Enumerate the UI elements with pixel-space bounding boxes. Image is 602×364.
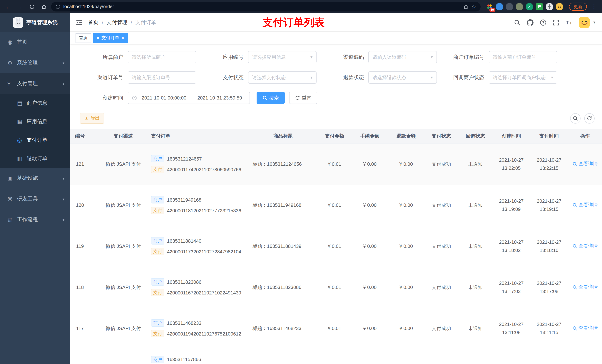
font-size-icon[interactable]: TT bbox=[566, 19, 573, 26]
refund-status-input[interactable] bbox=[372, 75, 429, 80]
end-date-input[interactable] bbox=[195, 95, 245, 101]
search-icon bbox=[262, 95, 267, 100]
extension-olive-icon[interactable] bbox=[516, 3, 523, 10]
reset-button[interactable]: 重置 bbox=[289, 92, 317, 104]
extension-check-icon[interactable]: ✓ bbox=[526, 3, 533, 10]
table-header-row: 编号 支付渠道 支付订单 商品标题 支付金额 手续金额 退款金额 支付状态 回调… bbox=[70, 129, 602, 144]
fee-amount: ¥ 0.00 bbox=[352, 144, 388, 185]
pay-tag: 支付 bbox=[151, 248, 164, 255]
view-detail-link[interactable]: 查看详情 bbox=[572, 202, 598, 208]
gear-icon: ⚙ bbox=[7, 60, 17, 66]
extension-chat-icon[interactable] bbox=[536, 3, 543, 10]
search-icon[interactable] bbox=[514, 19, 521, 26]
sidebar-item-merchant-info[interactable]: ▤ 商户信息 bbox=[0, 94, 70, 113]
tab-pay-order[interactable]: 支付订单 × bbox=[93, 33, 128, 43]
sidebar: 芋道管理系统 ◉ 首页 ⚙ 系统管理 ▾ ¥ 支付管理 ▴ bbox=[0, 13, 70, 364]
extensions-icon[interactable]: 10 bbox=[486, 3, 493, 10]
product-title: 标题：1635311881439 bbox=[249, 226, 317, 267]
close-icon[interactable]: × bbox=[121, 35, 124, 40]
merchant-order-no: 1635311823086 bbox=[167, 279, 201, 285]
sidebar-item-label: 应用信息 bbox=[27, 118, 47, 125]
merchant-select-input[interactable] bbox=[132, 54, 192, 60]
export-button[interactable]: 导出 bbox=[80, 113, 104, 124]
merchant-select[interactable] bbox=[128, 51, 196, 63]
infra-icon: ▣ bbox=[7, 175, 17, 182]
pay-time: 2021-10-2713:22:15 bbox=[530, 144, 568, 185]
view-detail-link[interactable]: 查看详情 bbox=[572, 161, 598, 167]
pay-order-cell: 商户1635311823086 支付4200001167202110271022… bbox=[147, 267, 249, 308]
pin-icon[interactable] bbox=[546, 3, 553, 10]
pay-status: 支付成功 bbox=[424, 226, 458, 267]
notify-status-input[interactable] bbox=[493, 75, 550, 80]
field-label: 应用编号 bbox=[200, 54, 248, 61]
col-refund: 退款金额 bbox=[388, 129, 424, 144]
site-info-icon[interactable] bbox=[55, 4, 60, 9]
notify-status: 未通知 bbox=[458, 267, 492, 308]
breadcrumb-separator: / bbox=[131, 20, 132, 25]
channel-order-no-field[interactable] bbox=[128, 71, 196, 83]
channel-order-no: 4200001167202110271022491439 bbox=[167, 290, 241, 295]
sidebar-item-system[interactable]: ⚙ 系统管理 ▾ bbox=[0, 52, 70, 73]
address-bar[interactable]: localhost:1024/pay/order ☆ bbox=[51, 2, 481, 11]
breadcrumb-pay-manage[interactable]: 支付管理 bbox=[107, 19, 127, 26]
channel-order-no: 4200001194202110276752100612 bbox=[167, 331, 241, 336]
sidebar-item-refund-order[interactable]: ▥ 退款订单 bbox=[0, 149, 70, 168]
forward-button[interactable]: → bbox=[16, 2, 24, 11]
app-select[interactable]: ▾ bbox=[248, 51, 317, 63]
sidebar-item-app-info[interactable]: ▦ 应用信息 bbox=[0, 113, 70, 131]
notify-status-select[interactable]: ▾ bbox=[489, 71, 557, 83]
sidebar-item-label: 首页 bbox=[17, 39, 27, 45]
refund-status-select[interactable]: ▾ bbox=[368, 71, 437, 83]
sidebar-item-label: 支付管理 bbox=[17, 80, 38, 87]
sidebar-item-pay-order[interactable]: ◎ 支付订单 bbox=[0, 131, 70, 149]
fullscreen-icon[interactable] bbox=[553, 19, 559, 26]
merchant-order-no-input[interactable] bbox=[493, 54, 553, 60]
sidebar-fold-icon[interactable] bbox=[75, 19, 83, 26]
channel-code-select[interactable]: ▾ bbox=[368, 51, 437, 63]
view-detail-link[interactable]: 查看详情 bbox=[572, 325, 598, 332]
view-detail-link[interactable]: 查看详情 bbox=[572, 284, 598, 291]
sidebar-item-label: 支付订单 bbox=[27, 137, 47, 144]
help-icon[interactable]: ? bbox=[540, 19, 547, 26]
extension-gray-icon[interactable] bbox=[506, 3, 513, 10]
pay-status-input[interactable] bbox=[252, 75, 309, 80]
channel-order-no-input[interactable] bbox=[132, 75, 192, 80]
sidebar-item-label: 退款订单 bbox=[27, 155, 47, 162]
sidebar-item-dev-tools[interactable]: ⚒ 研发工具 ▾ bbox=[0, 189, 70, 209]
browser-menu-icon[interactable]: ⋮ bbox=[590, 3, 598, 10]
merchant-order-no-field[interactable] bbox=[489, 51, 557, 63]
pay-order-icon: ◎ bbox=[17, 137, 27, 144]
reload-button[interactable] bbox=[27, 2, 36, 11]
tab-home[interactable]: 首页 bbox=[75, 33, 91, 43]
browser-update-button[interactable]: 更新 bbox=[569, 3, 587, 11]
share-icon[interactable] bbox=[464, 4, 469, 9]
pay-time: 2021-10-2713:19:15 bbox=[530, 185, 568, 226]
product-title: 标题：1635311949168 bbox=[249, 185, 317, 226]
chevron-down-icon: ▾ bbox=[311, 55, 312, 60]
bookmark-star-icon[interactable]: ☆ bbox=[472, 4, 476, 10]
fee-amount: ¥ 0.00 bbox=[352, 308, 388, 349]
user-avatar[interactable] bbox=[579, 17, 590, 28]
extension-drop-icon[interactable] bbox=[496, 3, 503, 10]
home-button[interactable] bbox=[39, 2, 48, 11]
github-icon[interactable] bbox=[527, 19, 534, 26]
back-button[interactable]: ← bbox=[4, 2, 13, 11]
search-icon bbox=[572, 203, 577, 208]
search-button[interactable]: 搜索 bbox=[257, 92, 285, 104]
view-detail-link[interactable]: 查看详情 bbox=[572, 243, 598, 250]
pay-status-select[interactable]: ▾ bbox=[248, 71, 317, 83]
channel-code-input[interactable] bbox=[372, 54, 429, 60]
profile-face-icon[interactable] bbox=[556, 3, 563, 10]
toggle-search-button[interactable] bbox=[570, 113, 580, 123]
sidebar-item-home[interactable]: ◉ 首页 bbox=[0, 32, 70, 52]
create-time-range-picker[interactable]: - bbox=[128, 92, 250, 104]
sidebar-item-infra[interactable]: ▣ 基础设施 ▾ bbox=[0, 168, 70, 189]
avatar-caret-icon[interactable]: ▾ bbox=[593, 20, 595, 25]
sidebar-item-payment[interactable]: ¥ 支付管理 ▴ bbox=[0, 73, 70, 94]
search-icon bbox=[572, 326, 577, 331]
app-select-input[interactable] bbox=[252, 54, 309, 60]
refresh-table-button[interactable] bbox=[584, 113, 595, 123]
sidebar-item-workflow[interactable]: ▧ 工作流程 ▾ bbox=[0, 209, 70, 230]
start-date-input[interactable] bbox=[139, 95, 189, 101]
breadcrumb-home[interactable]: 首页 bbox=[88, 19, 98, 26]
